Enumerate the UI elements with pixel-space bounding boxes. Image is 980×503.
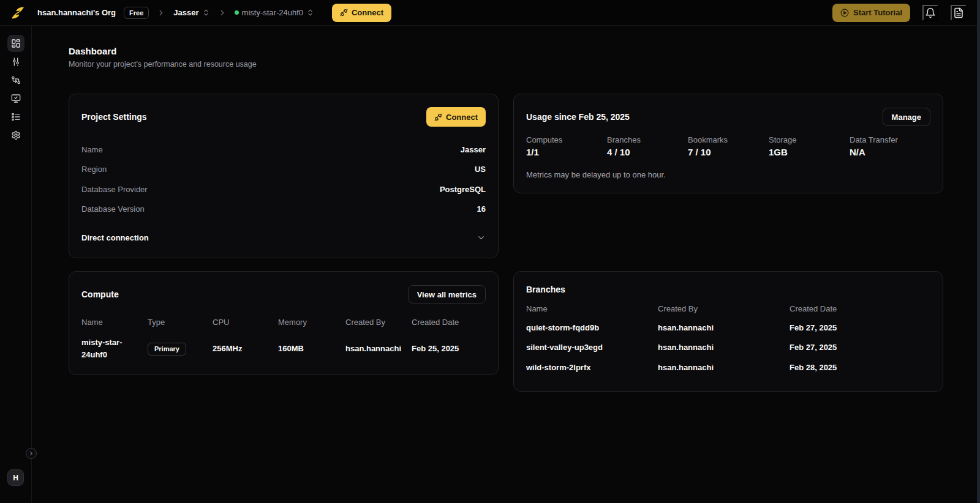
branch-name: wild-storm-2lprfx bbox=[526, 363, 658, 372]
stat-label: Data Transfer bbox=[850, 135, 930, 144]
chevrons-up-down-icon bbox=[202, 9, 210, 17]
chevrons-up-down-icon bbox=[306, 9, 314, 17]
app-logo[interactable] bbox=[6, 4, 29, 22]
documentation-button[interactable] bbox=[951, 5, 967, 21]
page-title: Dashboard bbox=[69, 46, 943, 56]
breadcrumb-separator-icon bbox=[218, 9, 227, 17]
connect-button[interactable]: Connect bbox=[426, 107, 486, 127]
connect-button-label: Connect bbox=[446, 113, 478, 122]
bell-icon bbox=[925, 7, 936, 18]
project-selector[interactable]: Jasser bbox=[173, 8, 209, 17]
dashboard-grid: Project Settings Connect Name Jasser R bbox=[69, 94, 943, 392]
document-icon bbox=[953, 7, 964, 18]
stat-label: Storage bbox=[769, 135, 850, 144]
user-avatar[interactable]: H bbox=[7, 469, 24, 486]
branch-created-by: hsan.hannachi bbox=[658, 323, 790, 332]
setting-label: Database Provider bbox=[81, 185, 148, 194]
main-content: Dashboard Monitor your project's perform… bbox=[32, 26, 980, 503]
branches-title: Branches bbox=[526, 285, 930, 294]
branch-row[interactable]: silent-valley-up3egd hsan.hannachi Feb 2… bbox=[526, 338, 930, 358]
compute-cpu: 256MHz bbox=[213, 343, 278, 355]
project-name: Jasser bbox=[173, 8, 198, 17]
branch-name: misty-star-24uhf0 bbox=[242, 8, 303, 17]
plug-icon bbox=[340, 9, 348, 17]
queries-list-icon bbox=[11, 112, 21, 122]
stat-value: 4 / 10 bbox=[607, 147, 688, 157]
branches-card: Branches Name Created By Created Date qu… bbox=[513, 271, 943, 392]
start-tutorial-label: Start Tutorial bbox=[853, 8, 902, 17]
setting-label: Name bbox=[81, 145, 103, 154]
stat-value: 7 / 10 bbox=[688, 147, 769, 157]
sidebar-item-schema[interactable] bbox=[7, 53, 24, 70]
connect-button-label: Connect bbox=[352, 8, 383, 17]
chevron-down-icon bbox=[477, 233, 486, 242]
branch-created-date: Feb 27, 2025 bbox=[790, 323, 930, 332]
branch-created-date: Feb 28, 2025 bbox=[790, 363, 930, 372]
sidebar-expand-button[interactable] bbox=[26, 448, 37, 459]
branch-selector[interactable]: misty-star-24uhf0 bbox=[235, 8, 314, 17]
topbar: hsan.hannachi's Org Free Jasser misty-st… bbox=[0, 0, 980, 26]
setting-row-database-version: Database Version 16 bbox=[81, 199, 486, 220]
notifications-button[interactable] bbox=[922, 5, 938, 21]
direct-connection-toggle[interactable]: Direct connection bbox=[81, 231, 486, 244]
branches-table-header: Name Created By Created Date bbox=[526, 304, 930, 313]
stat-value: 1/1 bbox=[526, 147, 607, 157]
column-header: Created Date bbox=[412, 318, 486, 327]
stat-value: 1GB bbox=[769, 147, 850, 157]
breadcrumb: hsan.hannachi's Org Free Jasser misty-st… bbox=[6, 4, 391, 22]
column-header: Created By bbox=[345, 318, 412, 327]
sidebar-item-branches[interactable] bbox=[7, 72, 24, 89]
connect-button[interactable]: Connect bbox=[332, 4, 391, 22]
compute-table-header: Name Type CPU Memory Created By Created … bbox=[81, 318, 486, 327]
compute-type-badge: Primary bbox=[148, 343, 186, 356]
breadcrumb-separator-icon bbox=[157, 9, 165, 17]
project-settings-title: Project Settings bbox=[81, 112, 147, 122]
usage-note: Metrics may be delayed up to one hour. bbox=[526, 170, 930, 179]
plug-icon bbox=[434, 113, 442, 121]
branches-icon bbox=[11, 75, 21, 85]
branch-status-dot bbox=[235, 10, 239, 15]
branch-created-date: Feb 27, 2025 bbox=[790, 343, 930, 352]
branch-row[interactable]: quiet-storm-fqdd9b hsan.hannachi Feb 27,… bbox=[526, 318, 930, 338]
stat-storage: Storage 1GB bbox=[769, 135, 850, 157]
stat-label: Branches bbox=[607, 135, 688, 144]
compute-created-date: Feb 25, 2025 bbox=[412, 343, 486, 355]
org-name[interactable]: hsan.hannachi's Org bbox=[37, 8, 116, 17]
logo-icon bbox=[9, 6, 27, 20]
manage-button[interactable]: Manage bbox=[883, 108, 930, 126]
usage-stats: Computes 1/1 Branches 4 / 10 Bookmarks 7… bbox=[526, 135, 930, 157]
column-header: Type bbox=[148, 318, 213, 327]
sidebar-item-dashboard[interactable] bbox=[7, 35, 24, 52]
sidebar-item-queries[interactable] bbox=[7, 108, 24, 125]
column-header: Created By bbox=[658, 304, 790, 313]
stat-data-transfer: Data Transfer N/A bbox=[850, 135, 930, 157]
branch-name: quiet-storm-fqdd9b bbox=[526, 323, 658, 332]
view-all-metrics-button[interactable]: View all metrics bbox=[408, 285, 486, 304]
sidebar-item-playground[interactable] bbox=[7, 90, 24, 107]
stat-bookmarks: Bookmarks 7 / 10 bbox=[688, 135, 769, 157]
chevron-right-icon bbox=[28, 450, 34, 456]
compute-memory: 160MB bbox=[278, 343, 345, 355]
project-settings-card: Project Settings Connect Name Jasser R bbox=[69, 94, 499, 258]
settings-gear-icon bbox=[11, 130, 21, 140]
setting-value: Jasser bbox=[461, 145, 486, 154]
column-header: Name bbox=[526, 304, 658, 313]
setting-value: 16 bbox=[477, 204, 486, 214]
schema-icon bbox=[11, 57, 21, 67]
usage-title: Usage since Feb 25, 2025 bbox=[526, 112, 630, 122]
sidebar-item-settings[interactable] bbox=[7, 127, 24, 144]
setting-value: PostgreSQL bbox=[440, 185, 486, 194]
start-tutorial-button[interactable]: Start Tutorial bbox=[832, 4, 910, 22]
window-scrollbar[interactable] bbox=[977, 0, 980, 503]
setting-row-database-provider: Database Provider PostgreSQL bbox=[81, 179, 486, 199]
topbar-actions: Start Tutorial bbox=[832, 4, 967, 22]
column-header: Memory bbox=[278, 318, 345, 327]
compute-table-row: misty-star-24uhf0 Primary 256MHz 160MB h… bbox=[81, 337, 486, 361]
direct-connection-label: Direct connection bbox=[81, 233, 149, 242]
setting-row-region: Region US bbox=[81, 160, 486, 180]
setting-label: Database Version bbox=[81, 204, 145, 214]
compute-name: misty-star-24uhf0 bbox=[81, 337, 148, 361]
dashboard-grid-icon bbox=[11, 39, 21, 48]
page-subtitle: Monitor your project's performance and r… bbox=[69, 60, 943, 69]
branch-row[interactable]: wild-storm-2lprfx hsan.hannachi Feb 28, … bbox=[526, 357, 930, 378]
